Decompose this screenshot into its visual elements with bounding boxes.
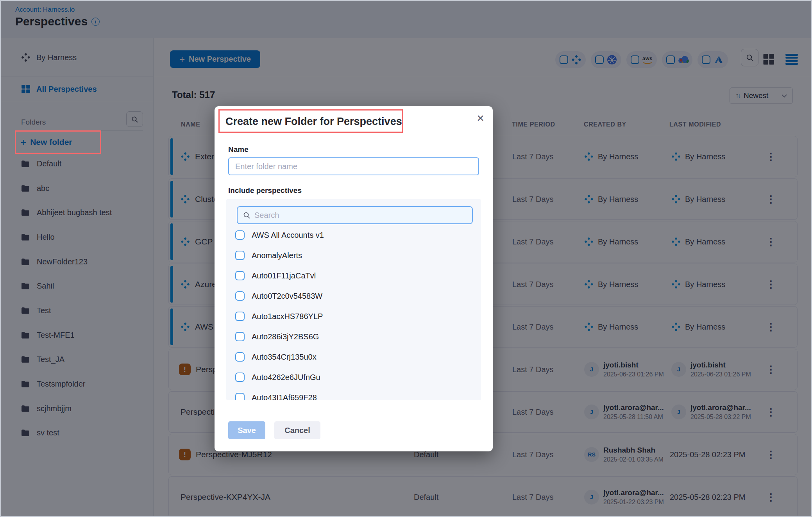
search-icon [243, 211, 250, 219]
perspective-option[interactable]: Auto0T2c0v54583W [226, 286, 481, 306]
checkbox[interactable] [235, 251, 245, 260]
create-folder-modal: Create new Folder for Perspectives × Nam… [215, 106, 493, 451]
checkbox[interactable] [235, 312, 245, 321]
include-perspectives-label: Include perspectives [228, 186, 302, 195]
perspective-option[interactable]: Auto354Crj135u0x [226, 347, 481, 367]
perspective-option[interactable]: Auto01F11jaCaTvl [226, 266, 481, 286]
perspective-option-label: AnomalyAlerts [252, 251, 302, 260]
annotation-highlight-modal-title [218, 109, 403, 133]
perspective-option-label: AWS All Accounts v1 [252, 231, 324, 240]
perspectives-search-field [237, 206, 473, 224]
perspectives-checkbox-list: AWS All Accounts v1 AnomalyAlerts Auto01… [226, 225, 481, 400]
annotation-highlight-new-folder [15, 130, 101, 154]
perspective-option-label: Auto354Crj135u0x [252, 353, 317, 362]
perspective-option[interactable]: Auto43I1Af659F28 [226, 387, 481, 400]
perspectives-search-input[interactable] [254, 211, 467, 220]
name-label: Name [228, 145, 249, 154]
cancel-button[interactable]: Cancel [274, 421, 320, 439]
perspective-option-label: Auto43I1Af659F28 [252, 393, 317, 401]
perspectives-page: Account: Harness.io Perspectives i By Ha… [0, 0, 812, 517]
perspective-option-label: Auto01F11jaCaTvl [252, 271, 316, 280]
perspective-option[interactable]: Auto286i3jY2BS6G [226, 326, 481, 347]
close-icon[interactable]: × [477, 111, 484, 125]
perspective-option[interactable]: AnomalyAlerts [226, 245, 481, 266]
checkbox[interactable] [235, 393, 245, 400]
checkbox[interactable] [235, 352, 245, 362]
perspective-option[interactable]: AWS All Accounts v1 [226, 225, 481, 245]
perspective-option-label: Auto1acxHS786YLP [252, 312, 323, 321]
checkbox[interactable] [235, 230, 245, 240]
perspectives-picker-panel: AWS All Accounts v1 AnomalyAlerts Auto01… [226, 199, 481, 400]
folder-name-input[interactable] [228, 157, 479, 175]
save-button[interactable]: Save [228, 421, 265, 439]
perspective-option-label: Auto0T2c0v54583W [252, 292, 322, 301]
checkbox[interactable] [235, 271, 245, 280]
checkbox[interactable] [235, 291, 245, 301]
perspective-option[interactable]: Auto1acxHS786YLP [226, 306, 481, 326]
perspective-option[interactable]: Auto4262e6JUfnGu [226, 367, 481, 387]
checkbox[interactable] [235, 373, 245, 382]
checkbox[interactable] [235, 332, 245, 341]
perspective-option-label: Auto4262e6JUfnGu [252, 373, 320, 382]
perspective-option-label: Auto286i3jY2BS6G [252, 332, 319, 341]
